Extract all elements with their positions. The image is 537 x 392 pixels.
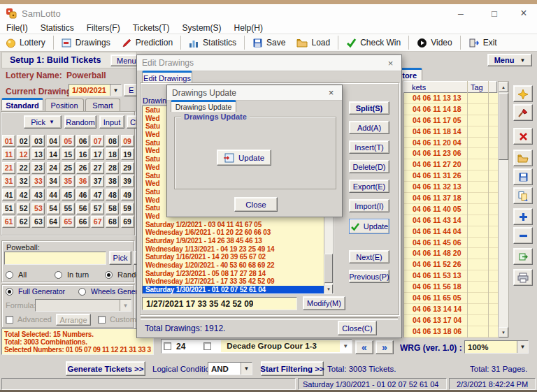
arrange-button[interactable]: Arrange — [56, 314, 91, 326]
ticket-row[interactable]: 04 06 11 17 05 — [404, 115, 498, 126]
edit-drawings-title-bar[interactable]: Edit Drawings × — [137, 55, 401, 71]
grid-number-03[interactable]: 03 — [31, 135, 45, 147]
grid-number-08[interactable]: 08 — [106, 135, 119, 147]
grid-number-62[interactable]: 62 — [17, 216, 30, 228]
grid-number-46[interactable]: 46 — [76, 189, 90, 201]
drawing-row[interactable]: Saturday 1/30/2021 - 01 02 07 52 61 04 — [143, 286, 324, 294]
ticket-row[interactable]: 04 06 11 45 06 — [404, 238, 498, 249]
ticket-row[interactable]: 04 06 11 13 13 — [404, 93, 498, 104]
ticket-row[interactable]: 04 06 13 17 04 — [404, 315, 498, 326]
drawing-edit-input[interactable]: 1/27/2021 17 33 35 42 52 09 — [142, 297, 297, 310]
grid-number-39[interactable]: 39 — [121, 175, 134, 187]
filter-name-field[interactable]: Decade Group Cour 1-3 — [221, 340, 340, 352]
ticket-row[interactable]: 04 06 13 14 14 — [404, 304, 498, 315]
radio-wheels-generator-circle[interactable] — [78, 288, 86, 296]
radio-all[interactable]: All — [6, 270, 27, 279]
grid-number-28[interactable]: 28 — [106, 162, 119, 174]
advanced-checkbox-box[interactable] — [6, 316, 13, 324]
grid-number-49[interactable]: 49 — [121, 189, 134, 201]
close-icon[interactable]: × — [325, 87, 337, 98]
grid-number-45[interactable]: 45 — [62, 189, 75, 201]
grid-number-14[interactable]: 14 — [47, 148, 60, 160]
radio-all-circle[interactable] — [6, 271, 13, 279]
radio-in-turn[interactable]: In turn — [55, 270, 89, 279]
menu-helph[interactable]: Help(H) — [228, 23, 269, 33]
ticket-row[interactable]: 04 06 13 18 06 — [404, 326, 498, 337]
grid-number-35[interactable]: 35 — [62, 175, 75, 187]
radio-full-generator-circle[interactable] — [6, 288, 13, 296]
scroll-down-icon[interactable]: ▼ — [499, 327, 508, 337]
grid-number-23[interactable]: 23 — [31, 162, 45, 174]
deleted-button[interactable]: Delete(D) — [349, 160, 389, 173]
logical-condition-combo[interactable]: AND ▼ — [208, 362, 252, 375]
drawings-update-title-bar[interactable]: Drawings Update × — [167, 85, 342, 101]
print-button[interactable] — [513, 269, 533, 286]
scroll-down-icon[interactable]: ▼ — [324, 284, 333, 294]
powerball-pick-button[interactable]: Pick — [109, 251, 131, 265]
grid-number-24[interactable]: 24 — [47, 162, 60, 174]
ticket-row[interactable]: 04 06 11 31 26 — [404, 170, 498, 182]
toolbar-save-button[interactable]: Save — [247, 35, 291, 50]
grid-number-12[interactable]: 12 — [17, 148, 30, 160]
grid-number-04[interactable]: 04 — [47, 135, 60, 147]
exporte-button[interactable]: Export(E) — [349, 180, 389, 193]
drawings-update-close-button[interactable]: Close — [234, 197, 278, 212]
grid-number-27[interactable]: 27 — [91, 162, 104, 174]
toolbar-prediction-button[interactable]: Prediction — [116, 35, 178, 50]
ticket-row[interactable]: 04 06 11 20 04 — [404, 138, 498, 149]
tab-position[interactable]: Position — [45, 99, 84, 111]
ticket-row[interactable]: 04 06 11 18 14 — [404, 126, 498, 138]
radio-random-circle[interactable] — [105, 271, 113, 279]
ticket-row[interactable]: 04 06 11 44 04 — [404, 226, 498, 238]
ticket-row[interactable]: 04 06 11 40 05 — [404, 204, 498, 215]
edit-drawings-close-button[interactable]: Close(C) — [338, 321, 377, 335]
chevron-down-icon[interactable]: ▼ — [517, 341, 528, 353]
ticket-scrollbar[interactable]: ▲ ▼ — [498, 81, 509, 337]
drawing-row[interactable]: Wednesday 1/13/2021 - 04 19 23 25 49 14 — [143, 245, 334, 254]
update-button[interactable]: Update — [217, 150, 271, 166]
grid-number-22[interactable]: 22 — [17, 162, 30, 174]
start-filtering-button[interactable]: Start Filtering >> — [261, 361, 324, 376]
generate-tickets-button[interactable]: Generate Tickets >> — [66, 361, 145, 376]
grid-number-61[interactable]: 61 — [2, 216, 15, 228]
grid-number-38[interactable]: 38 — [106, 175, 119, 187]
toolbar-lottery-button[interactable]: Lottery — [0, 35, 51, 50]
pick-dropdown-button[interactable]: Pick ▼ — [24, 115, 62, 129]
ticket-row[interactable]: 04 06 11 43 14 — [404, 215, 498, 226]
new-star-button[interactable] — [513, 85, 533, 102]
grid-number-06[interactable]: 06 — [76, 135, 90, 147]
ticket-row[interactable]: 04 06 11 23 06 — [404, 148, 498, 159]
ticket-row[interactable]: 04 06 11 53 13 — [404, 270, 498, 282]
scrollbar-thumb[interactable] — [324, 254, 333, 283]
radio-wheels-generator[interactable]: Wheels Generat — [78, 287, 144, 296]
adda-button[interactable]: Add(A) — [349, 121, 389, 134]
export-green-button[interactable] — [513, 248, 533, 265]
grid-number-65[interactable]: 65 — [62, 216, 75, 228]
grid-number-47[interactable]: 47 — [91, 189, 104, 201]
close-button[interactable]: × — [513, 7, 534, 20]
grid-number-48[interactable]: 48 — [106, 189, 119, 201]
grid-number-66[interactable]: 66 — [76, 216, 90, 228]
next-page-button[interactable]: » — [375, 340, 394, 354]
nexte-button[interactable]: Next(E) — [349, 250, 389, 263]
tab-smart[interactable]: Smart — [85, 99, 120, 111]
grid-number-34[interactable]: 34 — [47, 175, 60, 187]
grid-number-57[interactable]: 57 — [91, 203, 104, 215]
grid-number-32[interactable]: 32 — [17, 175, 30, 187]
ticket-row[interactable]: 04 06 11 14 18 — [404, 104, 498, 115]
grid-number-13[interactable]: 13 — [31, 148, 45, 160]
drawing-row[interactable]: Wednesday 1/27/2021 - 17 33 35 42 52 09 — [143, 277, 334, 286]
input-button[interactable]: Input — [99, 115, 124, 129]
ticket-row[interactable]: 04 06 11 56 18 — [404, 282, 498, 293]
grid-number-58[interactable]: 58 — [106, 203, 119, 215]
open-folder-button[interactable] — [513, 150, 533, 166]
grid-number-11[interactable]: 11 — [2, 148, 15, 160]
grid-number-36[interactable]: 36 — [76, 175, 90, 187]
copy-pages-button[interactable] — [513, 187, 533, 204]
menu-ticketst[interactable]: Tickets(T) — [127, 23, 176, 33]
grid-number-15[interactable]: 15 — [62, 148, 75, 160]
grid-number-19[interactable]: 19 — [121, 148, 134, 160]
grid-number-68[interactable]: 68 — [106, 216, 119, 228]
edit-drawings-tab[interactable]: Edit Drawings — [142, 71, 192, 83]
formula-combo[interactable]: ▼ — [35, 299, 131, 312]
